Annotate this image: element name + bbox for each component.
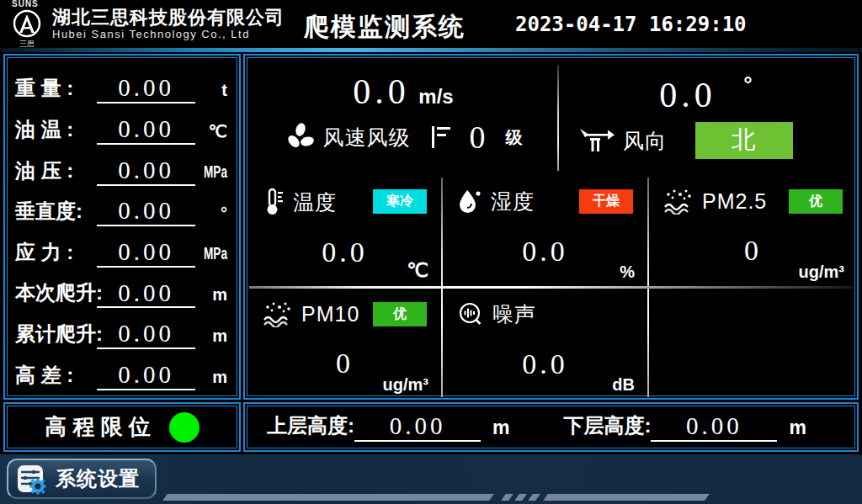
- sensor-label: 湿度: [491, 188, 535, 215]
- sensor-cell-pm25: PM2.5 优 0 ug/m³: [650, 178, 856, 285]
- sensor-label: PM2.5: [702, 189, 767, 214]
- sensor-cell-noise: 噪声 0.0 dB: [444, 290, 646, 398]
- wind-speed-label: 风速风级: [323, 124, 411, 151]
- sensor-unit: %: [620, 263, 635, 282]
- wind-section: 0.0 m/s: [249, 60, 853, 176]
- sensor-unit: ug/m³: [383, 375, 428, 395]
- row-unit: MPa: [200, 162, 227, 186]
- lower-height-group: 下层高度: 0.00 m: [563, 412, 806, 442]
- wind-direction-label: 风向: [623, 127, 667, 155]
- sensor-cell-temperature: 温度 寒冷 0.0 ℃: [249, 178, 440, 285]
- sensor-unit: ug/m³: [799, 263, 844, 282]
- environment-panel: 0.0 m/s: [243, 54, 859, 400]
- sidebar-row-verticality: 垂直度: 0.00 °: [15, 188, 227, 226]
- sidebar-row-current-climb: 本次爬升: 0.00 m: [15, 269, 227, 308]
- taskbar-stripe-dash: [514, 494, 527, 501]
- lower-height-value: 0.00: [651, 413, 777, 442]
- wind-speed-value: 0.0: [353, 72, 410, 111]
- grid-horizontal-divider: [249, 286, 853, 289]
- sensor-label: PM10: [301, 302, 359, 326]
- pm-icon: [263, 300, 293, 327]
- elevation-limit-label: 高 程 限 位: [45, 412, 151, 442]
- taskbar-stripe: [543, 494, 710, 501]
- wind-compass-indicator: 北: [695, 122, 793, 159]
- row-label: 油 温 :: [15, 116, 97, 145]
- thermometer-icon: [263, 188, 285, 216]
- header-divider: [0, 48, 862, 52]
- row-value: 0.00: [97, 362, 195, 390]
- measurement-sidebar: 重 量 : 0.00 t 油 温 : 0.00 ℃ 油 压 : 0.00 MPa…: [3, 54, 241, 400]
- wind-speed-block: 0.0 m/s: [249, 60, 557, 176]
- row-value: 0.00: [97, 321, 195, 349]
- row-unit: t: [195, 81, 227, 103]
- status-badge: 优: [373, 302, 427, 326]
- limit-status-indicator: [169, 412, 200, 443]
- taskbar-stripe-dash: [528, 494, 540, 501]
- elevation-limit-panel: 高 程 限 位: [3, 402, 241, 452]
- wind-speed-unit: m/s: [418, 85, 453, 108]
- row-unit: m: [195, 285, 227, 308]
- row-label: 重 量 :: [15, 75, 97, 103]
- sidebar-row-oil-temp: 油 温 : 0.00 ℃: [15, 106, 227, 145]
- header: SUNS 三思 湖北三思科技股份有限公司 Hubei Sansi Technol…: [0, 0, 862, 48]
- sensor-cell-humidity: 湿度 干燥 0.0 %: [444, 178, 646, 285]
- logo-suns-text: SUNS: [12, 0, 39, 8]
- sensor-label: 噪声: [492, 300, 536, 328]
- status-badge: 优: [789, 189, 843, 214]
- row-value: 0.00: [97, 116, 195, 145]
- row-label: 垂直度:: [15, 198, 97, 226]
- company-name-en: Hubei Sansi Technology Co., Ltd: [52, 29, 285, 40]
- row-unit: m: [195, 368, 227, 390]
- sidebar-row-oil-pressure: 油 压 : 0.00 MPa: [15, 147, 227, 186]
- upper-height-value: 0.00: [354, 413, 481, 442]
- sidebar-row-height-diff: 高 差 : 0.00 m: [15, 352, 227, 390]
- sidebar-row-total-climb: 累计爬升: 0.00 m: [15, 310, 227, 349]
- sansi-logo-icon: [10, 8, 44, 39]
- upper-height-unit: m: [492, 416, 509, 442]
- droplet-icon: [457, 188, 482, 215]
- company-logo: SUNS 三思 湖北三思科技股份有限公司 Hubei Sansi Technol…: [5, 0, 285, 50]
- noise-icon: [457, 301, 484, 328]
- row-value: 0.00: [97, 280, 195, 309]
- sensor-unit: dB: [612, 375, 635, 395]
- wind-direction-block: 0.0 °: [559, 60, 853, 176]
- datetime-display: 2023-04-17 16:29:10: [515, 13, 747, 36]
- row-value: 0.00: [97, 239, 195, 268]
- taskbar-stripe: [162, 494, 494, 501]
- system-settings-button[interactable]: 系统设置: [7, 459, 157, 499]
- row-unit: ℃: [195, 121, 227, 145]
- wind-direction-unit: °: [743, 72, 752, 97]
- sidebar-row-weight: 重 量 : 0.00 t: [15, 65, 227, 103]
- pm-icon: [663, 188, 694, 215]
- lower-height-label: 下层高度:: [563, 412, 651, 442]
- sensor-label: 温度: [293, 188, 337, 216]
- sensor-cell-empty: [650, 290, 856, 398]
- row-value: 0.00: [97, 75, 195, 103]
- row-label: 本次爬升:: [15, 279, 97, 308]
- row-label: 油 压 :: [15, 157, 97, 186]
- page-title: 爬模监测系统: [296, 10, 473, 45]
- status-badge: 寒冷: [373, 189, 427, 214]
- upper-height-group: 上层高度: 0.00 m: [267, 412, 509, 442]
- row-unit: m: [195, 326, 227, 349]
- row-value: 0.00: [97, 198, 195, 226]
- wind-level-unit: 级: [506, 126, 523, 149]
- sensor-value: 0.0: [444, 236, 646, 268]
- row-value: 0.00: [97, 157, 195, 186]
- wind-level-icon: [429, 124, 451, 151]
- sensor-cell-pm10: PM10 优 0 ug/m³: [249, 290, 440, 398]
- company-name-cn: 湖北三思科技股份有限公司: [52, 8, 285, 27]
- taskbar-stripe-dash: [501, 494, 513, 501]
- wind-vane-icon: [579, 126, 615, 155]
- settings-button-label: 系统设置: [56, 465, 140, 492]
- row-label: 高 差 :: [15, 362, 97, 390]
- sensor-unit: ℃: [407, 259, 428, 282]
- row-label: 累计爬升:: [15, 321, 97, 349]
- hmi-screen: SUNS 三思 湖北三思科技股份有限公司 Hubei Sansi Technol…: [0, 0, 862, 504]
- row-label: 应 力 :: [15, 239, 97, 268]
- wind-direction-value: 0.0: [659, 76, 716, 114]
- row-unit: MPa: [200, 244, 227, 268]
- sidebar-row-stress: 应 力 : 0.00 MPa: [15, 229, 227, 268]
- status-badge: 干燥: [579, 189, 633, 214]
- upper-height-label: 上层高度:: [267, 412, 354, 442]
